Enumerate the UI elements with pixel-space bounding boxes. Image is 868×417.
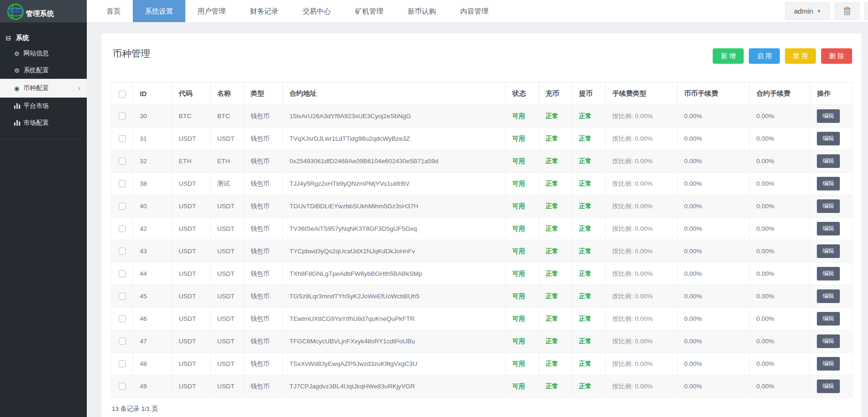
row-checkbox[interactable]	[119, 270, 126, 277]
cell-type: 钱包币	[244, 375, 283, 398]
row-checkbox-cell	[111, 308, 133, 330]
cell-withdraw: 正常	[572, 330, 606, 353]
cell-type: 钱包币	[244, 285, 283, 308]
coin-table: ID代码名称类型合约地址状态充币提币手续费类型币币手续费合约手续费操作30BTC…	[111, 82, 853, 398]
nav-tab-trade-center[interactable]: 交易中心	[290, 0, 343, 22]
nav-tab-miner-management[interactable]: 矿机管理	[343, 0, 396, 22]
sidebar: ⊟ 系统 ⚙网站信息›⚙系统配置›◉币种配置›平台市场›市场配置›	[0, 23, 87, 417]
cell-withdraw: 正常	[572, 105, 606, 128]
cell-actions: 编辑	[810, 240, 853, 263]
gear-icon: ⚙	[14, 67, 23, 74]
select-all-checkbox[interactable]	[119, 91, 126, 98]
cell-name: USDT	[211, 375, 244, 398]
cell-name: USDT	[211, 240, 244, 263]
sidebar-section-system[interactable]: ⊟ 系统	[0, 23, 87, 45]
edit-button[interactable]: 编辑	[817, 357, 840, 371]
main-nav: 首页系统设置用户管理财务记录交易中心矿机管理新币认购内容管理	[87, 0, 785, 22]
add-button[interactable]: 新 增	[713, 48, 744, 64]
edit-button[interactable]: 编辑	[817, 379, 840, 393]
cell-coin-fee: 0.00%	[678, 150, 750, 173]
row-checkbox[interactable]	[119, 180, 126, 187]
cell-actions: 编辑	[810, 218, 853, 240]
cell-code: BTC	[172, 105, 211, 128]
edit-button[interactable]: 编辑	[817, 244, 840, 258]
cell-status: 可用	[506, 150, 539, 173]
cell-status: 可用	[506, 128, 539, 150]
nav-tab-finance-records[interactable]: 财务记录	[238, 0, 290, 22]
cell-id: 44	[133, 263, 172, 285]
edit-button[interactable]: 编辑	[817, 312, 840, 326]
edit-button[interactable]: 编辑	[817, 109, 840, 123]
sidebar-item-label: 市场配置	[23, 119, 49, 127]
row-checkbox[interactable]	[119, 383, 126, 390]
edit-button[interactable]: 编辑	[817, 267, 840, 281]
row-checkbox[interactable]	[119, 360, 126, 367]
delete-button[interactable]: 删 除	[821, 48, 852, 64]
nav-tab-user-management[interactable]: 用户管理	[185, 0, 238, 22]
row-checkbox[interactable]	[119, 293, 126, 300]
row-checkbox-cell	[111, 128, 133, 150]
table-row: 42USDTUSDT钱包币TV36tSeAiTS957yNqNK3T8GF3D5…	[111, 218, 853, 240]
nav-tab-new-coin-subscription[interactable]: 新币认购	[396, 0, 448, 22]
edit-button[interactable]: 编辑	[817, 154, 840, 168]
sidebar-item-market-config[interactable]: 市场配置›	[0, 114, 87, 131]
cell-deposit: 正常	[539, 308, 572, 330]
row-checkbox[interactable]	[119, 315, 126, 322]
cell-actions: 编辑	[810, 150, 853, 173]
logo-title: 管理系统	[26, 9, 54, 18]
cell-status: 可用	[506, 285, 539, 308]
row-checkbox[interactable]	[119, 158, 126, 165]
table-row: 30BTCBTC钱包币15tvArU26A3dYf9A923xUE3Cyoj2e…	[111, 105, 853, 128]
row-checkbox[interactable]	[119, 113, 126, 120]
cell-status: 可用	[506, 375, 539, 398]
cell-status: 可用	[506, 330, 539, 353]
table-row: 32ETHETH钱包币0x25493061dfD2468Ae09B6104e60…	[111, 150, 853, 173]
col-header-name: 名称	[211, 83, 244, 105]
cell-contract-fee: 0.00%	[750, 150, 810, 173]
logo: USDZ 管理系统	[0, 0, 87, 23]
cutoff-right-button[interactable]	[864, 2, 868, 20]
cell-id: 40	[133, 195, 172, 218]
cell-id: 49	[133, 375, 172, 398]
target-icon: ◉	[14, 85, 23, 92]
table-row: 44USDTUSDT钱包币TXh8F8GNLgTpeAdbFW6ybBGHth5…	[111, 263, 853, 285]
cell-coin-fee: 0.00%	[678, 263, 750, 285]
nav-tab-system-settings[interactable]: 系统设置	[133, 0, 185, 22]
row-checkbox[interactable]	[119, 203, 126, 210]
cell-id: 38	[133, 173, 172, 195]
nav-tab-content-management[interactable]: 内容管理	[448, 0, 501, 22]
cell-name: USDT	[211, 353, 244, 375]
disable-button[interactable]: 禁 用	[785, 48, 816, 64]
cell-coin-fee: 0.00%	[678, 128, 750, 150]
edit-button[interactable]: 编辑	[817, 334, 840, 348]
row-checkbox[interactable]	[119, 135, 126, 142]
cell-deposit: 正常	[539, 375, 572, 398]
nav-tab-home[interactable]: 首页	[94, 0, 133, 22]
cell-type: 钱包币	[244, 263, 283, 285]
sidebar-item-platform-market[interactable]: 平台市场›	[0, 98, 87, 114]
edit-button[interactable]: 编辑	[817, 199, 840, 213]
row-checkbox[interactable]	[119, 225, 126, 232]
cell-coin-fee: 0.00%	[678, 105, 750, 128]
edit-button[interactable]: 编辑	[817, 289, 840, 303]
sidebar-item-coin-config[interactable]: ◉币种配置›	[0, 79, 87, 98]
edit-button[interactable]: 编辑	[817, 222, 840, 235]
enable-button[interactable]: 启 用	[749, 48, 780, 64]
row-checkbox[interactable]	[119, 248, 126, 255]
sidebar-item-site-info[interactable]: ⚙网站信息›	[0, 45, 87, 62]
table-row: 38USDT测试钱包币TJJ4y5Rgz2xHTb9yQNzmPMjYVo1ui…	[111, 173, 853, 195]
cell-type: 钱包币	[244, 330, 283, 353]
edit-button[interactable]: 编辑	[817, 177, 840, 190]
row-checkbox-cell	[111, 218, 133, 240]
row-checkbox[interactable]	[119, 338, 126, 345]
sidebar-item-system-config[interactable]: ⚙系统配置›	[0, 62, 87, 79]
cell-address: TJ7CPJagdvz3BL4UqtJkqHWe83uRKjyVGR	[283, 375, 506, 398]
cell-id: 45	[133, 285, 172, 308]
cell-status: 可用	[506, 353, 539, 375]
cell-contract-fee: 0.00%	[750, 353, 810, 375]
trash-button[interactable]	[835, 2, 860, 20]
cell-contract-fee: 0.00%	[750, 173, 810, 195]
admin-dropdown[interactable]: admin ▼	[785, 2, 830, 20]
edit-button[interactable]: 编辑	[817, 132, 840, 145]
cell-fee-type: 按比例: 0.00%	[606, 150, 678, 173]
